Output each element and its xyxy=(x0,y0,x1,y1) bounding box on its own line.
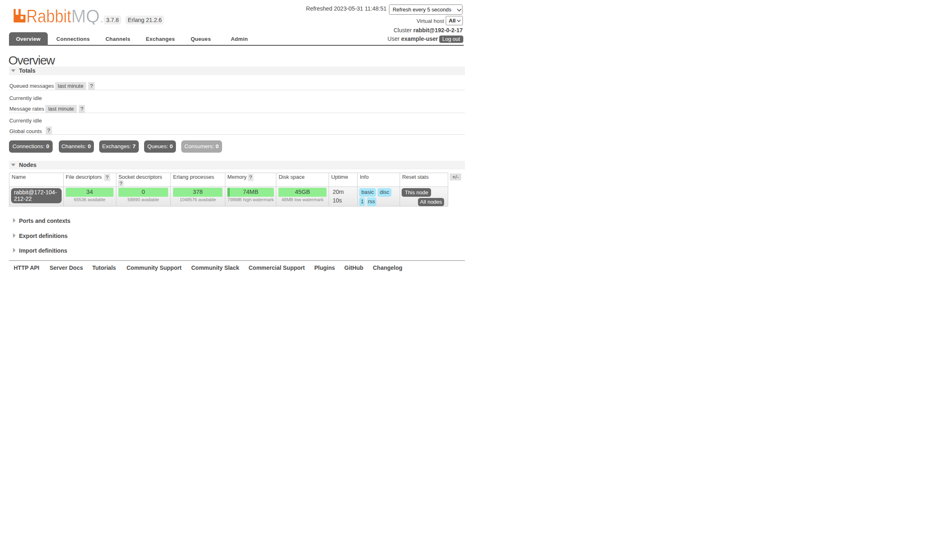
svg-text:Rabbit: Rabbit xyxy=(27,8,71,24)
svg-text:TM: TM xyxy=(100,21,103,23)
svg-text:MQ: MQ xyxy=(71,8,100,24)
